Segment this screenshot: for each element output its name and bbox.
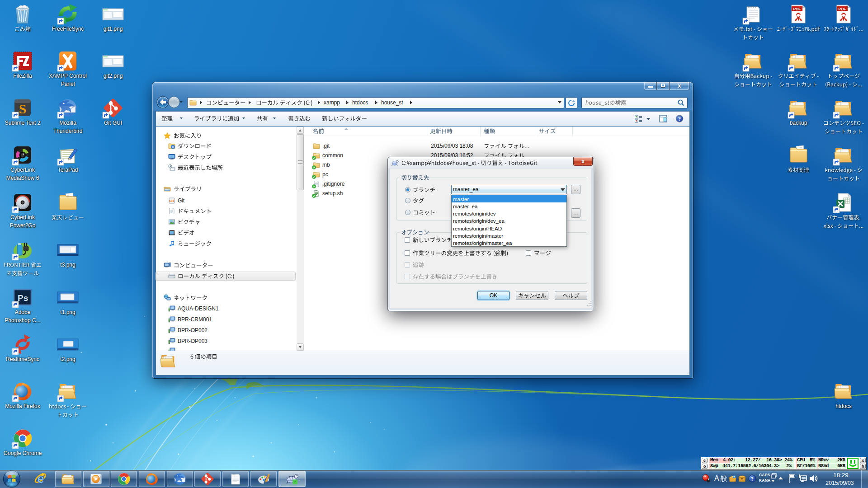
svg-text:?: ? xyxy=(751,476,754,482)
